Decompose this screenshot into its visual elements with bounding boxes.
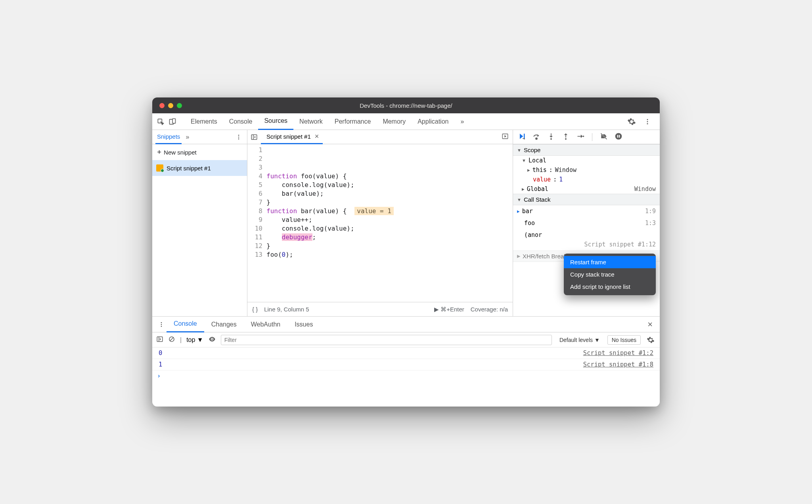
inspect-element-icon[interactable] bbox=[155, 116, 166, 127]
snippet-item[interactable]: Script snippet #1 bbox=[152, 160, 247, 176]
device-toggle-icon[interactable] bbox=[167, 116, 178, 127]
editor-status-bar: { } Line 9, Column 5 ▶ ⌘+Enter Coverage:… bbox=[247, 302, 513, 316]
resume-icon[interactable] bbox=[518, 132, 526, 141]
scope-local[interactable]: ▼Local bbox=[513, 156, 660, 165]
editor-tab[interactable]: Script snippet #1 × bbox=[261, 130, 323, 144]
live-expression-icon[interactable] bbox=[208, 335, 216, 345]
svg-point-21 bbox=[211, 338, 213, 340]
context-menu: Restart frame Copy stack trace Add scrip… bbox=[564, 254, 656, 295]
svg-point-18 bbox=[161, 326, 162, 327]
tab-application[interactable]: Application bbox=[412, 113, 454, 130]
pause-on-exceptions-icon[interactable] bbox=[615, 132, 622, 141]
console-sidebar-toggle-icon[interactable] bbox=[156, 336, 163, 344]
svg-point-16 bbox=[161, 322, 162, 323]
new-snippet-button[interactable]: + New snippet bbox=[152, 144, 247, 160]
console-filter-input[interactable] bbox=[221, 335, 552, 345]
svg-rect-11 bbox=[524, 134, 525, 139]
drawer-tabs: Console Changes WebAuthn Issues × bbox=[152, 317, 660, 332]
navigator-sidebar: Snippets » + New snippet Script snippet … bbox=[152, 130, 247, 316]
scope-value: value: 1 bbox=[513, 175, 660, 184]
svg-point-15 bbox=[583, 136, 584, 137]
svg-point-12 bbox=[536, 138, 537, 139]
main-tabs: Elements Console Sources Network Perform… bbox=[185, 113, 625, 130]
scope-header[interactable]: ▼Scope bbox=[513, 144, 660, 156]
ctx-add-ignore-list[interactable]: Add script to ignore list bbox=[564, 281, 656, 293]
main-tabstrip: Elements Console Sources Network Perform… bbox=[152, 113, 660, 130]
new-snippet-label: New snippet bbox=[164, 149, 197, 156]
drawer-tab-webauthn[interactable]: WebAuthn bbox=[244, 317, 287, 332]
console-location-link[interactable]: Script snippet #1:8 bbox=[583, 361, 653, 368]
console-row: 0Script snippet #1:2 bbox=[152, 347, 660, 359]
step-icon[interactable] bbox=[576, 132, 584, 141]
console-prompt[interactable]: › bbox=[152, 370, 660, 382]
scope-this[interactable]: ▶this: Window bbox=[513, 165, 660, 175]
svg-rect-2 bbox=[172, 118, 176, 123]
stack-frame-bar[interactable]: bar1:9 bbox=[513, 205, 660, 217]
callstack-header[interactable]: ▼Call Stack bbox=[513, 194, 660, 205]
log-levels-selector[interactable]: Default levels ▼ bbox=[557, 335, 603, 345]
ctx-copy-stack-trace[interactable]: Copy stack trace bbox=[564, 268, 656, 281]
console-location-link[interactable]: Script snippet #1:2 bbox=[583, 349, 653, 357]
svg-point-8 bbox=[238, 138, 239, 139]
tab-elements[interactable]: Elements bbox=[185, 113, 223, 130]
snippet-file-icon bbox=[156, 164, 163, 172]
step-over-icon[interactable] bbox=[532, 132, 540, 141]
step-out-icon[interactable] bbox=[562, 132, 570, 141]
editor-tab-label: Script snippet #1 bbox=[266, 133, 311, 140]
scope-global[interactable]: ▶GlobalWindow bbox=[513, 184, 660, 194]
tab-memory[interactable]: Memory bbox=[377, 113, 412, 130]
settings-icon[interactable] bbox=[626, 116, 637, 127]
run-snippet-button[interactable]: ▶ ⌘+Enter bbox=[434, 306, 464, 313]
close-drawer-icon[interactable]: × bbox=[644, 319, 656, 330]
close-tab-icon[interactable]: × bbox=[315, 132, 319, 141]
drawer: Console Changes WebAuthn Issues × | top … bbox=[152, 316, 660, 407]
svg-point-4 bbox=[647, 121, 648, 122]
step-into-icon[interactable] bbox=[547, 132, 555, 141]
stack-frame-anon[interactable]: (anor bbox=[513, 229, 660, 241]
more-navigator-tabs-icon[interactable]: » bbox=[186, 134, 189, 141]
debugger-toolbar bbox=[513, 130, 660, 144]
cursor-position: Line 9, Column 5 bbox=[264, 306, 309, 313]
tab-network[interactable]: Network bbox=[293, 113, 329, 130]
svg-point-14 bbox=[565, 138, 567, 140]
tab-sources[interactable]: Sources bbox=[258, 113, 293, 130]
context-selector[interactable]: top ▼ bbox=[186, 336, 203, 344]
svg-point-3 bbox=[647, 119, 648, 120]
tab-console[interactable]: Console bbox=[223, 113, 259, 130]
kebab-menu-icon[interactable] bbox=[642, 116, 653, 127]
pretty-print-icon[interactable]: { } bbox=[252, 306, 258, 313]
no-issues-button[interactable]: No Issues bbox=[607, 335, 641, 345]
navigator-kebab-icon[interactable] bbox=[234, 132, 244, 142]
drawer-tab-issues[interactable]: Issues bbox=[287, 317, 320, 332]
code-editor[interactable]: 12345678910111213 function foo(value) { … bbox=[247, 144, 513, 302]
code-lines: function foo(value) { console.log(value)… bbox=[266, 146, 513, 302]
snippet-name: Script snippet #1 bbox=[167, 165, 211, 172]
drawer-tab-console[interactable]: Console bbox=[167, 317, 204, 332]
svg-point-13 bbox=[550, 138, 552, 140]
navigator-tabs: Snippets » bbox=[152, 130, 247, 144]
ctx-restart-frame[interactable]: Restart frame bbox=[564, 256, 656, 268]
drawer-kebab-icon[interactable] bbox=[156, 319, 167, 330]
title-bar: DevTools - chrome://new-tab-page/ bbox=[152, 97, 660, 113]
drawer-tab-changes[interactable]: Changes bbox=[204, 317, 244, 332]
coverage-status: Coverage: n/a bbox=[471, 306, 508, 313]
svg-point-5 bbox=[647, 123, 648, 124]
console-toolbar: | top ▼ Default levels ▼ No Issues bbox=[152, 332, 660, 347]
run-indicator-icon[interactable] bbox=[498, 133, 513, 141]
stack-frame-anon-loc: Script snippet #1:12 bbox=[513, 241, 660, 250]
sidebar-tab-snippets[interactable]: Snippets bbox=[155, 130, 182, 144]
editor-area: Script snippet #1 × 12345678910111213 fu… bbox=[247, 130, 513, 316]
svg-point-17 bbox=[161, 324, 162, 325]
editor-tabs: Script snippet #1 × bbox=[247, 130, 513, 144]
stack-frame-foo[interactable]: foo1:3 bbox=[513, 217, 660, 229]
devtools-window: DevTools - chrome://new-tab-page/ Elemen… bbox=[152, 97, 660, 407]
console-settings-icon[interactable] bbox=[645, 335, 656, 345]
tab-performance[interactable]: Performance bbox=[329, 113, 377, 130]
navigator-toggle-icon[interactable] bbox=[247, 130, 261, 144]
plus-icon: + bbox=[157, 148, 161, 157]
window-title: DevTools - chrome://new-tab-page/ bbox=[152, 102, 660, 109]
toolbar-right bbox=[626, 116, 657, 127]
more-tabs-icon[interactable]: » bbox=[454, 113, 470, 130]
deactivate-breakpoints-icon[interactable] bbox=[600, 132, 608, 141]
clear-console-icon[interactable] bbox=[168, 336, 175, 344]
